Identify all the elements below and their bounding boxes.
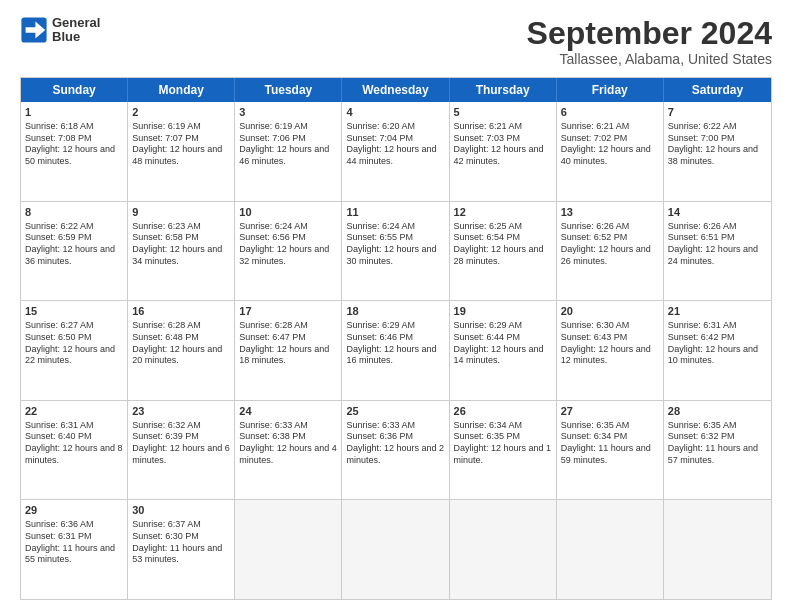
calendar-cell: 1Sunrise: 6:18 AMSunset: 7:08 PMDaylight… [21,102,128,201]
calendar-week-row: 15Sunrise: 6:27 AMSunset: 6:50 PMDayligh… [21,301,771,401]
title-area: September 2024 Tallassee, Alabama, Unite… [527,16,772,67]
calendar-cell: 4Sunrise: 6:20 AMSunset: 7:04 PMDaylight… [342,102,449,201]
day-info: Sunrise: 6:19 AMSunset: 7:06 PMDaylight:… [239,121,337,168]
calendar-cell: 18Sunrise: 6:29 AMSunset: 6:46 PMDayligh… [342,301,449,400]
weekday-header: Wednesday [342,78,449,102]
calendar-cell: 30Sunrise: 6:37 AMSunset: 6:30 PMDayligh… [128,500,235,599]
day-number: 6 [561,105,659,120]
calendar-cell: 10Sunrise: 6:24 AMSunset: 6:56 PMDayligh… [235,202,342,301]
day-number: 28 [668,404,767,419]
calendar-cell: 5Sunrise: 6:21 AMSunset: 7:03 PMDaylight… [450,102,557,201]
calendar-cell: 11Sunrise: 6:24 AMSunset: 6:55 PMDayligh… [342,202,449,301]
calendar-cell: 16Sunrise: 6:28 AMSunset: 6:48 PMDayligh… [128,301,235,400]
calendar-week-row: 22Sunrise: 6:31 AMSunset: 6:40 PMDayligh… [21,401,771,501]
calendar-cell: 7Sunrise: 6:22 AMSunset: 7:00 PMDaylight… [664,102,771,201]
day-info: Sunrise: 6:35 AMSunset: 6:34 PMDaylight:… [561,420,659,467]
day-info: Sunrise: 6:35 AMSunset: 6:32 PMDaylight:… [668,420,767,467]
day-number: 13 [561,205,659,220]
day-number: 10 [239,205,337,220]
day-number: 22 [25,404,123,419]
day-number: 23 [132,404,230,419]
calendar-cell: 12Sunrise: 6:25 AMSunset: 6:54 PMDayligh… [450,202,557,301]
calendar-cell: 22Sunrise: 6:31 AMSunset: 6:40 PMDayligh… [21,401,128,500]
logo-text: General Blue [52,16,100,45]
calendar-cell [235,500,342,599]
day-info: Sunrise: 6:20 AMSunset: 7:04 PMDaylight:… [346,121,444,168]
day-info: Sunrise: 6:27 AMSunset: 6:50 PMDaylight:… [25,320,123,367]
day-info: Sunrise: 6:31 AMSunset: 6:40 PMDaylight:… [25,420,123,467]
day-number: 16 [132,304,230,319]
calendar-week-row: 8Sunrise: 6:22 AMSunset: 6:59 PMDaylight… [21,202,771,302]
day-info: Sunrise: 6:37 AMSunset: 6:30 PMDaylight:… [132,519,230,566]
day-number: 2 [132,105,230,120]
day-number: 17 [239,304,337,319]
calendar-cell: 14Sunrise: 6:26 AMSunset: 6:51 PMDayligh… [664,202,771,301]
day-number: 15 [25,304,123,319]
calendar-body: 1Sunrise: 6:18 AMSunset: 7:08 PMDaylight… [21,102,771,599]
day-info: Sunrise: 6:18 AMSunset: 7:08 PMDaylight:… [25,121,123,168]
day-number: 27 [561,404,659,419]
day-number: 26 [454,404,552,419]
calendar-cell: 2Sunrise: 6:19 AMSunset: 7:07 PMDaylight… [128,102,235,201]
day-number: 1 [25,105,123,120]
page: General Blue September 2024 Tallassee, A… [0,0,792,612]
calendar-cell: 19Sunrise: 6:29 AMSunset: 6:44 PMDayligh… [450,301,557,400]
day-info: Sunrise: 6:19 AMSunset: 7:07 PMDaylight:… [132,121,230,168]
calendar-cell: 6Sunrise: 6:21 AMSunset: 7:02 PMDaylight… [557,102,664,201]
day-number: 19 [454,304,552,319]
weekday-header: Saturday [664,78,771,102]
day-info: Sunrise: 6:22 AMSunset: 7:00 PMDaylight:… [668,121,767,168]
logo-icon [20,16,48,44]
calendar-cell: 17Sunrise: 6:28 AMSunset: 6:47 PMDayligh… [235,301,342,400]
calendar-cell [342,500,449,599]
weekday-header: Sunday [21,78,128,102]
weekday-header: Thursday [450,78,557,102]
day-info: Sunrise: 6:33 AMSunset: 6:36 PMDaylight:… [346,420,444,467]
calendar-cell: 28Sunrise: 6:35 AMSunset: 6:32 PMDayligh… [664,401,771,500]
calendar-cell [557,500,664,599]
calendar-cell: 25Sunrise: 6:33 AMSunset: 6:36 PMDayligh… [342,401,449,500]
calendar-cell [450,500,557,599]
day-info: Sunrise: 6:26 AMSunset: 6:51 PMDaylight:… [668,221,767,268]
day-number: 12 [454,205,552,220]
day-number: 9 [132,205,230,220]
calendar-cell: 13Sunrise: 6:26 AMSunset: 6:52 PMDayligh… [557,202,664,301]
calendar-header: SundayMondayTuesdayWednesdayThursdayFrid… [21,78,771,102]
calendar-cell: 8Sunrise: 6:22 AMSunset: 6:59 PMDaylight… [21,202,128,301]
day-info: Sunrise: 6:30 AMSunset: 6:43 PMDaylight:… [561,320,659,367]
day-number: 14 [668,205,767,220]
day-info: Sunrise: 6:22 AMSunset: 6:59 PMDaylight:… [25,221,123,268]
calendar-cell: 27Sunrise: 6:35 AMSunset: 6:34 PMDayligh… [557,401,664,500]
calendar-cell: 26Sunrise: 6:34 AMSunset: 6:35 PMDayligh… [450,401,557,500]
subtitle: Tallassee, Alabama, United States [527,51,772,67]
day-info: Sunrise: 6:31 AMSunset: 6:42 PMDaylight:… [668,320,767,367]
main-title: September 2024 [527,16,772,51]
calendar-week-row: 1Sunrise: 6:18 AMSunset: 7:08 PMDaylight… [21,102,771,202]
day-number: 24 [239,404,337,419]
day-number: 7 [668,105,767,120]
weekday-header: Tuesday [235,78,342,102]
day-info: Sunrise: 6:26 AMSunset: 6:52 PMDaylight:… [561,221,659,268]
day-number: 30 [132,503,230,518]
day-info: Sunrise: 6:29 AMSunset: 6:44 PMDaylight:… [454,320,552,367]
day-info: Sunrise: 6:29 AMSunset: 6:46 PMDaylight:… [346,320,444,367]
calendar-cell: 24Sunrise: 6:33 AMSunset: 6:38 PMDayligh… [235,401,342,500]
day-number: 25 [346,404,444,419]
calendar-cell: 15Sunrise: 6:27 AMSunset: 6:50 PMDayligh… [21,301,128,400]
day-number: 8 [25,205,123,220]
day-info: Sunrise: 6:25 AMSunset: 6:54 PMDaylight:… [454,221,552,268]
day-number: 18 [346,304,444,319]
header: General Blue September 2024 Tallassee, A… [20,16,772,67]
calendar-cell: 9Sunrise: 6:23 AMSunset: 6:58 PMDaylight… [128,202,235,301]
calendar-cell: 3Sunrise: 6:19 AMSunset: 7:06 PMDaylight… [235,102,342,201]
day-info: Sunrise: 6:33 AMSunset: 6:38 PMDaylight:… [239,420,337,467]
day-number: 3 [239,105,337,120]
day-number: 21 [668,304,767,319]
calendar-cell: 23Sunrise: 6:32 AMSunset: 6:39 PMDayligh… [128,401,235,500]
day-info: Sunrise: 6:28 AMSunset: 6:47 PMDaylight:… [239,320,337,367]
day-info: Sunrise: 6:34 AMSunset: 6:35 PMDaylight:… [454,420,552,467]
weekday-header: Monday [128,78,235,102]
logo: General Blue [20,16,100,45]
weekday-header: Friday [557,78,664,102]
day-info: Sunrise: 6:28 AMSunset: 6:48 PMDaylight:… [132,320,230,367]
